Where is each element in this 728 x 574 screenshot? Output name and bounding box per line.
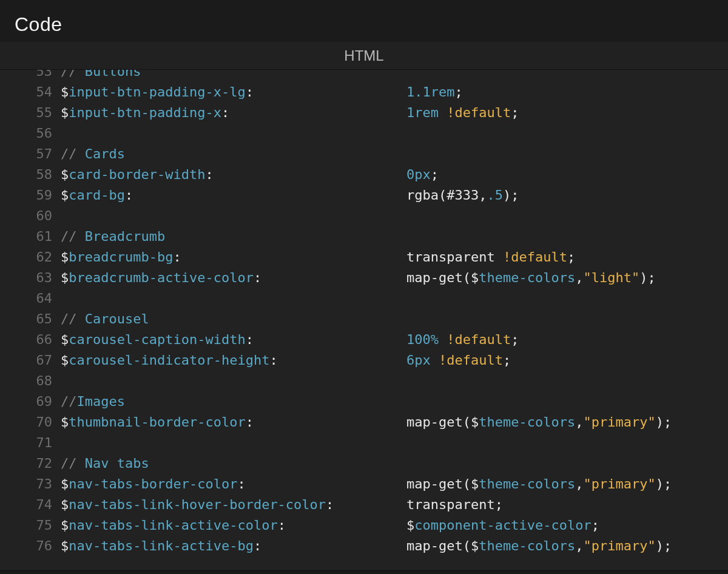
code-line[interactable]: // Buttons [61,70,721,82]
code-editor[interactable]: 5354555657585960616263646566676869707172… [0,70,728,571]
code-line[interactable]: //Images [61,391,721,412]
token-punct: ; [495,497,503,512]
token-punct: ) [639,270,647,285]
line-number: 74 [0,495,52,515]
line-number-gutter: 5354555657585960616263646566676869707172… [0,70,52,556]
line-number: 54 [0,82,52,103]
line-number: 63 [0,268,52,288]
tab-bar: HTML [0,42,728,70]
code-line[interactable]: $nav-tabs-border-color:map-get($theme-co… [61,474,721,495]
line-number: 59 [0,185,52,206]
token-punct: ) [656,538,664,553]
code-line[interactable]: $breadcrumb-bg:transparent !default; [61,247,721,268]
token-str: "primary" [583,414,655,430]
code-line[interactable]: $breadcrumb-active-color:map-get($theme-… [61,268,721,288]
code-line[interactable] [61,123,721,144]
token-var: carousel-caption-width [69,332,245,347]
code-line[interactable] [61,288,721,309]
token-punct: $ [61,518,69,533]
token-var: theme-colors [479,414,575,430]
token-punct: ; [511,332,519,347]
code-line[interactable]: $card-border-width:0px; [61,164,721,185]
token-func: map-get [406,476,463,491]
token-comment: // [61,146,85,161]
token-punct: $ [406,518,414,533]
code-content[interactable]: // Buttons$input-btn-padding-x-lg:1.1rem… [61,70,721,556]
token-var: theme-colors [479,538,575,553]
code-line[interactable]: $carousel-indicator-height:6px !default; [61,350,721,371]
token-unit: rem [431,84,455,100]
token-punct: ) [503,187,511,203]
token-num: 1.1 [406,84,431,100]
code-line[interactable]: // Cards [61,144,721,164]
code-line[interactable]: $input-btn-padding-x-lg:1.1rem; [61,82,721,103]
token-comment: // [61,229,85,244]
token-num: 6 [406,353,414,368]
token-punct: : [205,167,213,182]
token-str: "light" [583,270,639,285]
token-str: "primary" [583,538,655,553]
line-number: 64 [0,288,52,309]
line-number: 75 [0,515,52,536]
token-punct: , [575,476,583,491]
line-number: 67 [0,350,52,371]
token-punct: $ [471,538,479,553]
token-var: input-btn-padding-x [69,105,221,120]
token-var: theme-colors [479,476,575,491]
token-punct: $ [61,249,69,265]
line-number: 72 [0,453,52,474]
token-punct: $ [61,167,69,182]
token-comment: // [61,70,85,79]
token-punct: ; [664,538,672,553]
token-var: thumbnail-border-color [69,414,245,430]
token-punct: ; [431,167,439,182]
code-line[interactable] [61,371,721,391]
code-line[interactable] [61,433,721,453]
token-punct: : [246,332,254,347]
token-punct: ( [463,270,471,285]
line-number: 61 [0,226,52,247]
token-punct: $ [471,476,479,491]
code-line[interactable]: $nav-tabs-link-hover-border-color:transp… [61,495,721,515]
token-var: breadcrumb-bg [69,249,173,265]
code-line[interactable]: // Carousel [61,309,721,329]
code-line[interactable]: $input-btn-padding-x:1rem !default; [61,103,721,123]
panel-title: Code [0,0,728,42]
token-punct: : [221,105,229,120]
line-number: 57 [0,144,52,164]
code-line[interactable]: $carousel-caption-width:100% !default; [61,329,721,350]
token-key: !default [447,105,511,120]
token-unit: px [414,167,431,182]
tab-html[interactable]: HTML [344,47,383,64]
token-punct: ; [503,353,511,368]
token-num: .5 [487,187,503,203]
token-var: breadcrumb-active-color [69,270,254,285]
token-punct: $ [61,270,69,285]
token-punct: $ [61,414,69,430]
token-comment-head: Nav tabs [85,456,149,471]
code-line[interactable]: $nav-tabs-link-active-bg:map-get($theme-… [61,536,721,556]
code-line[interactable]: $nav-tabs-link-active-color:$component-a… [61,515,721,536]
token-var: carousel-indicator-height [69,353,269,368]
code-line[interactable]: $thumbnail-border-color:map-get($theme-c… [61,412,721,433]
token-punct: : [237,476,245,491]
code-line[interactable]: // Breadcrumb [61,226,721,247]
line-number: 69 [0,391,52,412]
token-punct: ; [664,476,672,491]
code-line[interactable]: // Nav tabs [61,453,721,474]
line-number: 53 [0,70,52,82]
token-punct: : [254,270,261,285]
line-number: 66 [0,329,52,350]
token-num: 100 [406,332,431,347]
token-var: input-btn-padding-x-lg [69,84,245,100]
token-punct: ; [455,84,463,100]
token-punct: : [269,353,277,368]
token-num: 0 [406,167,414,182]
code-line[interactable] [61,206,721,226]
line-number: 73 [0,474,52,495]
token-comment-head: Cards [85,146,125,161]
token-punct: ( [439,187,447,203]
code-line[interactable]: $card-bg:rgba(#333,.5); [61,185,721,206]
token-func: map-get [406,270,463,285]
token-punct: : [254,538,261,553]
